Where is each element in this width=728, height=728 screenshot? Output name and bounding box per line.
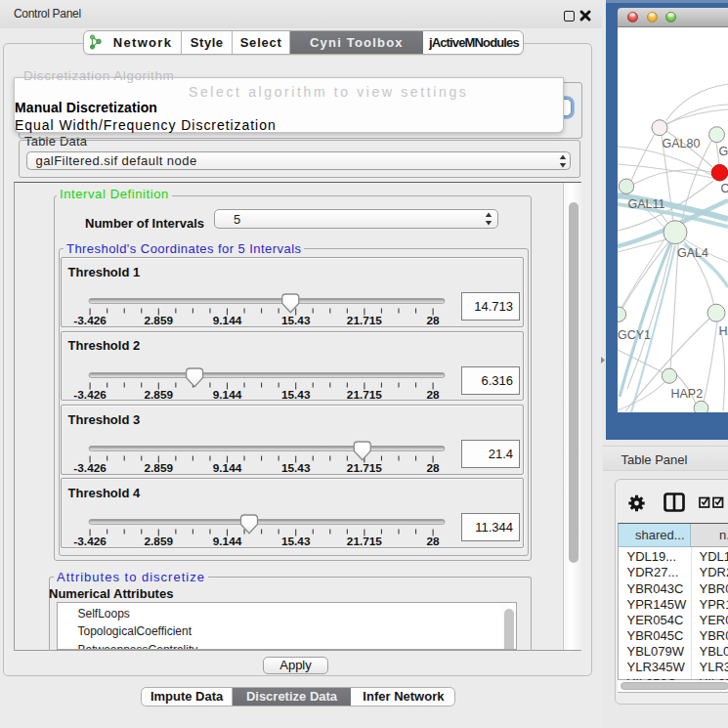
- svg-text:HAP2: HAP2: [671, 387, 704, 401]
- svg-text:21.715: 21.715: [346, 388, 382, 402]
- svg-text:28: 28: [426, 535, 440, 548]
- svg-text:15.43: 15.43: [280, 535, 310, 548]
- svg-text:9.144: 9.144: [212, 535, 241, 548]
- svg-text:2.859: 2.859: [144, 461, 173, 475]
- svg-text:21.715: 21.715: [346, 535, 382, 548]
- svg-text:GCY1: GCY1: [618, 328, 651, 342]
- svg-text:15.43: 15.43: [280, 461, 310, 475]
- svg-text:9.144: 9.144: [212, 388, 241, 402]
- svg-text:9.144: 9.144: [212, 461, 241, 475]
- svg-text:-3.426: -3.426: [73, 388, 107, 402]
- svg-text:28: 28: [426, 314, 440, 327]
- svg-text:15.43: 15.43: [280, 388, 310, 402]
- svg-text:21.715: 21.715: [346, 314, 382, 327]
- svg-text:2.859: 2.859: [144, 535, 173, 548]
- svg-text:GAL80: GAL80: [663, 136, 701, 150]
- svg-text:GAL4: GAL4: [677, 246, 708, 260]
- svg-text:28: 28: [426, 388, 440, 402]
- svg-text:2.859: 2.859: [144, 314, 173, 327]
- svg-text:-3.426: -3.426: [73, 535, 107, 548]
- svg-text:HA: HA: [719, 323, 728, 337]
- svg-text:15.43: 15.43: [280, 314, 310, 327]
- svg-text:GAL11: GAL11: [628, 196, 665, 210]
- svg-text:-3.426: -3.426: [73, 461, 107, 475]
- svg-text:GAL4: GAL4: [719, 144, 728, 157]
- svg-text:9.144: 9.144: [212, 314, 241, 327]
- svg-text:21.715: 21.715: [346, 461, 382, 475]
- svg-text:-3.426: -3.426: [73, 314, 107, 327]
- svg-text:CY: CY: [721, 181, 728, 194]
- svg-text:2.859: 2.859: [144, 388, 173, 402]
- svg-text:28: 28: [426, 461, 440, 475]
